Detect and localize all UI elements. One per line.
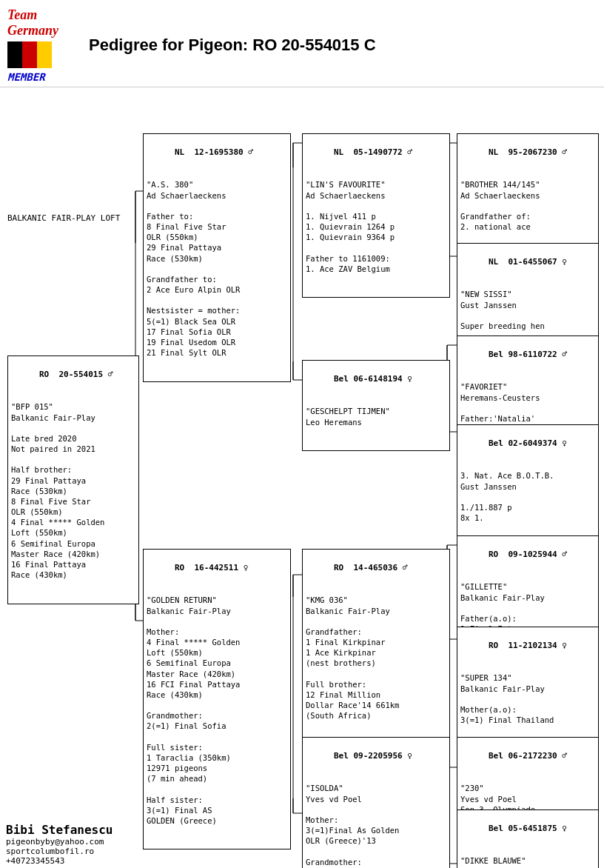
sire-sire-card: NL 05-1490772 ♂ "LIN'S FAVOURITE" Ad Sch… xyxy=(302,133,450,298)
page-wrapper: Team Germany MEMBER Pedigree for Pigeon:… xyxy=(0,0,604,868)
contact-website: sportcolumbofil.ro xyxy=(6,847,113,856)
flag-gold xyxy=(37,41,52,68)
page-header: Team Germany MEMBER Pedigree for Pigeon:… xyxy=(0,0,604,87)
dsd-ring: RO 11-2102134 ♀ xyxy=(489,641,567,650)
sire-card: NL 12-1695380 ♂ "A.S. 380" Ad Schaerlaec… xyxy=(143,133,291,382)
dam-ring: RO 16-442511 ♀ xyxy=(175,563,248,572)
loft-label: BALKANIC FAIR-PLAY LOFT xyxy=(7,213,120,223)
dam-dam-dam-card: Bel 05-6451875 ♀ "DIKKE BLAUWE" Geerinck… xyxy=(457,809,599,868)
dss-content: "GILLETTE" Balkanic Fair-Play Father(a.o… xyxy=(460,571,595,634)
contact-info: Bibi Stefanescu pigeonbyby@yahoo.com spo… xyxy=(6,823,113,868)
flag-red xyxy=(22,41,37,68)
dam-dam-content: "ISOLDA" Yves vd Poel Mother: 3(=1)Final… xyxy=(306,772,446,868)
dam-content: "GOLDEN RETURN" Balkanic Fair-Play Mothe… xyxy=(147,584,287,826)
team-name: Team Germany xyxy=(7,7,74,39)
ssd-content: "NEW SISSI" Gust Janssen Super breeding … xyxy=(460,278,595,331)
dds-content: "230" Yves vd Poel Son 3. Olympiade xyxy=(460,772,595,815)
sire-sire-sire-card: NL 95-2067230 ♂ "BROTHER 144/145" Ad Sch… xyxy=(457,133,599,256)
dam-card: RO 16-442511 ♀ "GOLDEN RETURN" Balkanic … xyxy=(143,549,291,849)
sdd-content: 3. Nat. Ace B.O.T.B. Gust Janssen 1./11.… xyxy=(460,460,595,523)
sss-content: "BROTHER 144/145" Ad Schaerlaeckens Gran… xyxy=(460,169,595,232)
pedigree-container: BALKANIC FAIR-PLAY LOFT xyxy=(0,87,604,868)
dds-ring: Bel 06-2172230 ♂ xyxy=(489,751,567,761)
sire-dam-content: "GESCHELPT TIJMEN" Leo Heremans xyxy=(306,395,446,427)
member-label: MEMBER xyxy=(7,71,74,83)
page-title: Pedigree for Pigeon: RO 20-554015 C xyxy=(89,36,376,55)
dam-sire-card: RO 14-465036 ♂ "KMG 036" Balkanic Fair-P… xyxy=(302,549,450,745)
main-content: "BFP 015" Balkanic Fair-Play Late bred 2… xyxy=(11,391,135,580)
main-bird-card: RO 20-554015 ♂ "BFP 015" Balkanic Fair-P… xyxy=(7,355,139,604)
dss-ring: RO 09-1025944 ♂ xyxy=(489,550,567,559)
sire-sire-ring: NL 05-1490772 ♂ xyxy=(334,147,412,157)
dam-sire-ring: RO 14-465036 ♂ xyxy=(334,563,407,572)
flag-icon xyxy=(7,41,52,68)
dam-sire-dam-card: RO 11-2102134 ♀ "SUPER 134" Balkanic Fai… xyxy=(457,627,599,750)
ddd-ring: Bel 05-6451875 ♀ xyxy=(489,824,567,833)
sire-dam-card: Bel 06-6148194 ♀ "GESCHELPT TIJMEN" Leo … xyxy=(302,360,450,451)
ssd-ring: NL 01-6455067 ♀ xyxy=(489,257,567,267)
dam-dam-card: Bel 09-2205956 ♀ "ISOLDA" Yves vd Poel M… xyxy=(302,737,450,868)
sdd-ring: Bel 02-6049374 ♀ xyxy=(489,438,567,448)
contact-name: Bibi Stefanescu xyxy=(6,823,113,837)
dsd-content: "SUPER 134" Balkanic Fair-Play Mother(a.… xyxy=(460,662,595,725)
sds-ring: Bel 98-6110722 ♂ xyxy=(489,350,567,359)
contact-email1: pigeonbyby@yahoo.com xyxy=(6,837,113,847)
sire-content: "A.S. 380" Ad Schaerlaeckens Father to: … xyxy=(147,169,287,358)
dam-sire-content: "KMG 036" Balkanic Fair-Play Grandfather… xyxy=(306,584,446,721)
sire-sire-content: "LIN'S FAVOURITE" Ad Schaerlaeckens 1. N… xyxy=(306,169,446,274)
sire-ring: NL 12-1695380 ♂ xyxy=(175,147,253,157)
flag-black xyxy=(7,41,22,68)
sss-ring: NL 95-2067230 ♂ xyxy=(489,147,567,157)
dam-dam-ring: Bel 09-2205956 ♀ xyxy=(334,751,412,761)
sire-dam-ring: Bel 06-6148194 ♀ xyxy=(334,374,412,384)
main-ring: RO 20-554015 ♂ xyxy=(39,370,113,379)
team-logo: Team Germany MEMBER xyxy=(7,7,74,83)
sire-dam-dam-card: Bel 02-6049374 ♀ 3. Nat. Ace B.O.T.B. Gu… xyxy=(457,424,599,547)
contact-phone: +40723345543 xyxy=(6,856,113,866)
ddd-content: "DIKKE BLAUWE" Geerinckx L & B xyxy=(460,845,595,868)
